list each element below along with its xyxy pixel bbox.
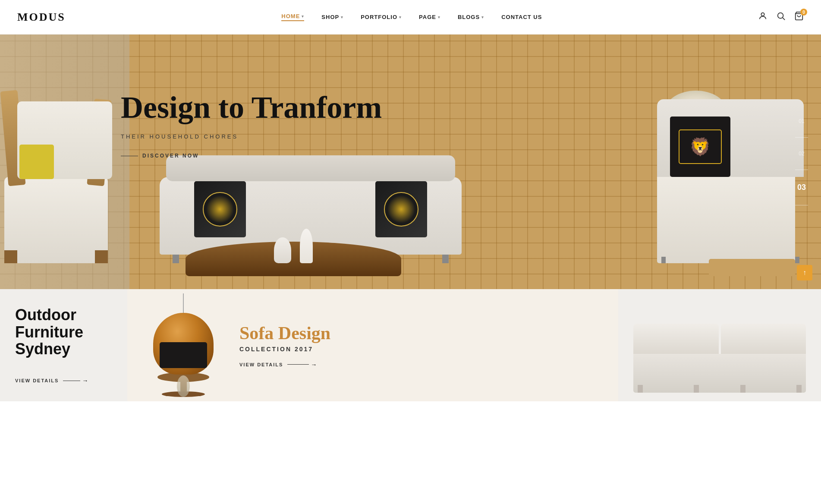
user-icon[interactable] (758, 11, 768, 23)
banner-section: Outdoor Furniture Sydney VIEW DETAILS → (0, 289, 821, 401)
banner-left-cta-label: VIEW DETAILS (15, 378, 59, 383)
chair-right: 🦁 (657, 108, 804, 263)
hero-cta-button[interactable]: DISCOVER NOW (121, 153, 382, 159)
slide-2[interactable]: 02 (799, 151, 804, 157)
chevron-down-icon: ▾ (438, 15, 440, 19)
chevron-down-icon: ▾ (399, 15, 402, 19)
cart-icon[interactable]: 0 (794, 11, 804, 23)
nav-item-portfolio[interactable]: PORTFOLIO ▾ (361, 14, 402, 20)
chair-left (4, 99, 116, 263)
logo: MODUS (17, 11, 66, 24)
nav-item-page[interactable]: PAGE ▾ (419, 14, 440, 20)
header-icons: 0 (758, 11, 804, 23)
slide-1[interactable]: 01 (799, 118, 804, 124)
banner-middle-arrow: → (287, 361, 317, 368)
side-table-right (709, 259, 795, 276)
banner-middle-heading: Sofa Design (239, 323, 601, 343)
banner-left-cta-button[interactable]: VIEW DETAILS → (15, 377, 112, 384)
cta-line (121, 156, 138, 156)
banner-middle-cta-label: VIEW DETAILS (239, 362, 283, 367)
chevron-down-icon: ▾ (481, 15, 484, 19)
hero-title: Design to Tranform (121, 91, 382, 125)
slide-divider-2 (795, 170, 808, 170)
scroll-up-button[interactable]: ↑ (797, 265, 812, 280)
search-icon[interactable] (776, 11, 786, 23)
banner-right (618, 289, 821, 401)
chevron-down-icon: ▾ (341, 15, 343, 19)
nav-item-home[interactable]: HOME ▾ (281, 13, 304, 21)
hero-section: 🦁 Design to Tranform THEIR HOUSEHOLD CHO… (0, 35, 821, 289)
sofa-illustration (633, 324, 806, 393)
slide-indicators: 01 02 03 (795, 118, 808, 205)
cart-count: 0 (800, 9, 807, 16)
banner-left-title: Outdoor Furniture Sydney (15, 306, 112, 358)
nav-item-contact[interactable]: CONTACT US (501, 14, 542, 20)
banner-left-arrow: → (63, 377, 88, 384)
slide-3[interactable]: 03 (797, 183, 806, 192)
svg-point-0 (761, 13, 764, 16)
hero-subtitle: THEIR HOUSEHOLD CHORES (121, 133, 382, 140)
main-nav: HOME ▾ SHOP ▾ PORTFOLIO ▾ PAGE ▾ BLOGS ▾… (281, 13, 542, 21)
hero-content: Design to Tranform THEIR HOUSEHOLD CHORE… (121, 91, 382, 159)
coffee-table (186, 242, 401, 276)
svg-point-1 (778, 13, 783, 19)
banner-middle-sub: COLLECTION 2017 (239, 346, 601, 353)
nav-item-shop[interactable]: SHOP ▾ (321, 14, 343, 20)
slide-divider (795, 137, 808, 138)
slide-active-line (795, 205, 808, 205)
header: MODUS HOME ▾ SHOP ▾ PORTFOLIO ▾ PAGE ▾ B… (0, 0, 821, 35)
svg-line-2 (783, 18, 785, 20)
banner-middle-text: Sofa Design COLLECTION 2017 VIEW DETAILS… (239, 323, 601, 368)
chevron-down-icon: ▾ (302, 14, 304, 19)
banner-middle-cta-button[interactable]: VIEW DETAILS → (239, 361, 601, 368)
banner-left: Outdoor Furniture Sydney VIEW DETAILS → (0, 289, 127, 401)
banner-middle: Sofa Design COLLECTION 2017 VIEW DETAILS… (127, 289, 618, 401)
hero-cta-label: DISCOVER NOW (142, 153, 199, 159)
hanging-chair-illustration (145, 293, 222, 397)
nav-item-blogs[interactable]: BLOGS ▾ (458, 14, 484, 20)
